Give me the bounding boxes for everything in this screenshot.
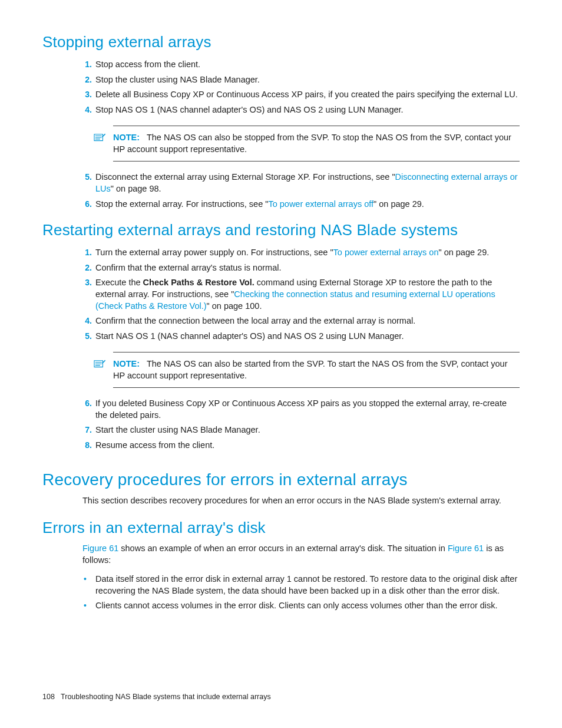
recovery-intro: This section describes recovery procedur… [82,495,520,507]
heading-errors: Errors in an external array's disk [42,518,520,538]
note-icon [93,133,106,144]
stop-steps: 1.Stop access from the client. 2.Stop th… [95,57,520,117]
heading-recovery: Recovery procedures for errors in extern… [42,469,520,491]
list-item: 8.Resume access from the client. [95,438,520,453]
step-text: Execute the [95,278,143,287]
note-label: NOTE: [113,359,140,368]
list-item: 4.Stop NAS OS 1 (NAS channel adapter's O… [95,103,520,118]
text: shows an example of when an error occurs… [118,543,448,553]
step-text: Confirm that the connection between the … [95,316,415,325]
note-text: The NAS OS can also be stopped from the … [113,133,511,154]
list-item: 3.Delete all Business Copy XP or Continu… [95,87,520,103]
link-figure61a[interactable]: Figure 61 [82,543,118,553]
step-text: Turn the external array power supply on.… [95,248,333,257]
step-text: " on page 98. [111,184,161,193]
cmd-name: Check Paths & Restore Vol. [143,278,254,287]
step-text: " on page 29. [438,248,489,257]
note-text [142,359,147,368]
note-box: NOTE: The NAS OS can also be stopped fro… [113,126,520,162]
bullet-text: Data itself stored in the error disk in … [95,574,517,595]
heading-restarting: Restarting external arrays and restoring… [42,220,520,241]
list-item: 6. Stop the external array. For instruct… [95,197,520,212]
step-text: Disconnect the external array using Exte… [95,172,395,182]
step-text: " on page 29. [373,199,424,209]
link-figure61b[interactable]: Figure 61 [448,543,484,553]
note-icon [93,360,106,370]
note-label: NOTE: [113,133,140,142]
step-text: " on page 100. [207,301,262,311]
list-item: 6.If you deleted Business Copy XP or Con… [95,396,520,423]
step-text: Start NAS OS 1 (NAS channel adapter's OS… [95,331,404,341]
list-item: 1. Turn the external array power supply … [95,245,520,261]
restart-steps: 1. Turn the external array power supply … [95,245,520,344]
errors-intro: Figure 61 shows an example of when an er… [82,543,520,566]
note-text [142,133,147,142]
note-box: NOTE: The NAS OS can also be started fro… [113,352,520,388]
link-poweron[interactable]: To power external arrays on [333,248,439,257]
step-text: Resume access from the client. [95,440,214,450]
list-item: Data itself stored in the error disk in … [95,572,520,598]
step-text: Stop NAS OS 1 (NAS channel adapter's OS)… [95,105,404,114]
stop-steps-cont: 5. Disconnect the external array using E… [95,170,520,212]
list-item: 1.Stop access from the client. [95,57,520,73]
note-text: The NAS OS can also be started from the … [113,359,507,380]
error-bullets: Data itself stored in the error disk in … [95,572,520,614]
heading-stopping: Stopping external arrays [42,32,520,52]
step-text: If you deleted Business Copy XP or Conti… [95,398,507,420]
list-item: Clients cannot access volumes in the err… [95,598,520,614]
step-text: Delete all Business Copy XP or Continuou… [95,90,518,99]
step-text: Stop access from the client. [95,60,200,69]
step-text: Confirm that the external array's status… [95,263,281,272]
list-item: 2.Confirm that the external array's stat… [95,261,520,276]
list-item: 7.Start the cluster using NAS Blade Mana… [95,423,520,438]
restart-steps-cont: 6.If you deleted Business Copy XP or Con… [95,396,520,453]
list-item: 4.Confirm that the connection between th… [95,314,520,329]
list-item: 5. Disconnect the external array using E… [95,170,520,196]
step-text: Stop the external array. For instruction… [95,199,268,209]
step-text: Stop the cluster using NAS Blade Manager… [95,75,260,84]
list-item: 2.Stop the cluster using NAS Blade Manag… [95,73,520,88]
list-item: 5.Start NAS OS 1 (NAS channel adapter's … [95,329,520,344]
bullet-text: Clients cannot access volumes in the err… [95,601,498,610]
step-text: Start the cluster using NAS Blade Manage… [95,425,260,434]
list-item: 3. Execute the Check Paths & Restore Vol… [95,275,520,314]
link-poweroff[interactable]: To power external arrays off [268,199,373,209]
